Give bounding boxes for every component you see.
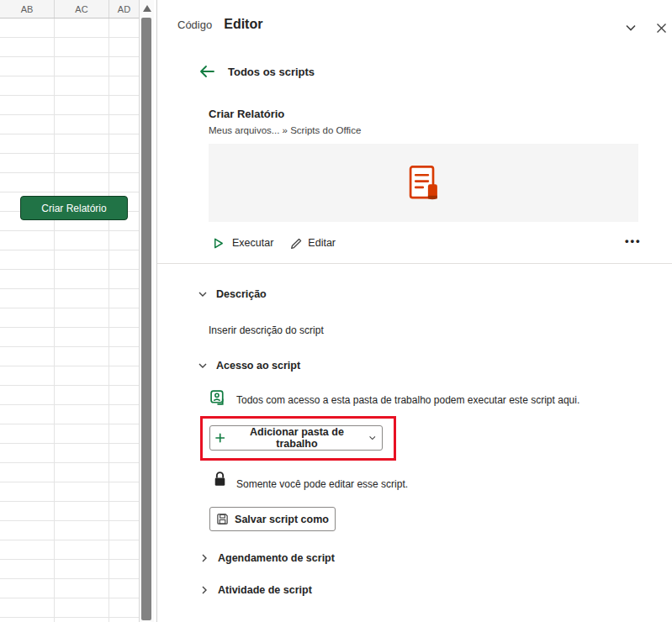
- chevron-down-icon: [625, 22, 637, 34]
- sheet-grid[interactable]: [0, 18, 139, 622]
- code-editor-pane: Código Editor Todos os scripts Criar Rel…: [156, 0, 672, 622]
- pencil-icon: [290, 237, 303, 250]
- office-script-icon: [405, 165, 443, 202]
- chevron-right-icon: [199, 553, 209, 563]
- section-label: Acesso ao script: [216, 360, 300, 372]
- script-preview: [209, 144, 638, 222]
- run-button[interactable]: [209, 234, 227, 252]
- column-header-ab[interactable]: AB: [0, 0, 55, 18]
- section-label: Agendamento de script: [218, 552, 335, 564]
- chevron-down-icon: [198, 289, 208, 299]
- run-label[interactable]: Executar: [232, 237, 273, 249]
- pane-app-label: Código: [177, 18, 212, 31]
- section-agendamento[interactable]: Agendamento de script: [199, 552, 335, 564]
- section-acesso[interactable]: Acesso ao script: [198, 360, 300, 372]
- chevron-right-icon: [199, 585, 209, 595]
- script-path-breadcrumb: Meus arquivos... » Scripts do Office: [209, 125, 361, 135]
- pane-close-button[interactable]: [652, 18, 670, 37]
- section-descricao[interactable]: Descrição: [198, 288, 267, 300]
- excel-window: AB AC AD Criar Relatório Código Editor: [0, 0, 672, 622]
- lock-text: Somente você pode editar esse script.: [236, 478, 408, 490]
- script-title: Criar Relatório: [209, 108, 284, 120]
- divider: [157, 263, 672, 264]
- edit-label: Editar: [308, 237, 336, 249]
- add-workbook-button[interactable]: Adicionar pasta de trabalho: [209, 425, 383, 451]
- edit-button[interactable]: Editar: [290, 237, 336, 250]
- save-icon: [216, 513, 229, 525]
- share-access-text: Todos com acesso a esta pasta de trabalh…: [236, 394, 579, 406]
- plus-icon: [215, 433, 225, 443]
- pane-header: Código Editor: [177, 17, 262, 32]
- save-script-as-label: Salvar script como: [235, 514, 329, 525]
- back-arrow-icon: [199, 65, 214, 78]
- column-header-ad[interactable]: AD: [109, 0, 139, 18]
- section-label: Descrição: [216, 288, 267, 300]
- back-button[interactable]: [198, 62, 216, 81]
- lock-icon: [213, 471, 227, 492]
- script-actions: Executar Editar: [209, 235, 336, 251]
- chevron-down-icon: [198, 361, 208, 371]
- back-row: Todos os scripts: [198, 62, 315, 81]
- pane-title: Editor: [224, 17, 262, 32]
- column-headers: AB AC AD: [0, 0, 139, 18]
- play-icon: [212, 237, 225, 250]
- description-placeholder[interactable]: Inserir descrição do script: [209, 324, 324, 336]
- workbook-share-icon: [209, 389, 227, 410]
- close-icon: [656, 23, 667, 34]
- pane-collapse-button[interactable]: [622, 18, 640, 37]
- section-atividade[interactable]: Atividade de script: [199, 584, 312, 596]
- chevron-down-icon: [368, 434, 377, 442]
- scroll-up-arrow-icon[interactable]: [143, 5, 151, 12]
- more-options-icon[interactable]: •••: [625, 235, 642, 247]
- gridline: [108, 18, 109, 622]
- section-label: Atividade de script: [218, 584, 312, 596]
- spreadsheet[interactable]: AB AC AD Criar Relatório: [0, 0, 140, 622]
- gridline: [54, 18, 55, 622]
- column-header-ac[interactable]: AC: [55, 0, 109, 18]
- criar-relatorio-shape-button[interactable]: Criar Relatório: [20, 196, 128, 220]
- back-label[interactable]: Todos os scripts: [228, 66, 315, 78]
- save-script-as-button[interactable]: Salvar script como: [209, 507, 336, 531]
- add-workbook-label: Adicionar pasta de trabalho: [230, 426, 362, 450]
- vertical-scrollbar[interactable]: [140, 0, 154, 622]
- scrollbar-thumb[interactable]: [141, 18, 151, 620]
